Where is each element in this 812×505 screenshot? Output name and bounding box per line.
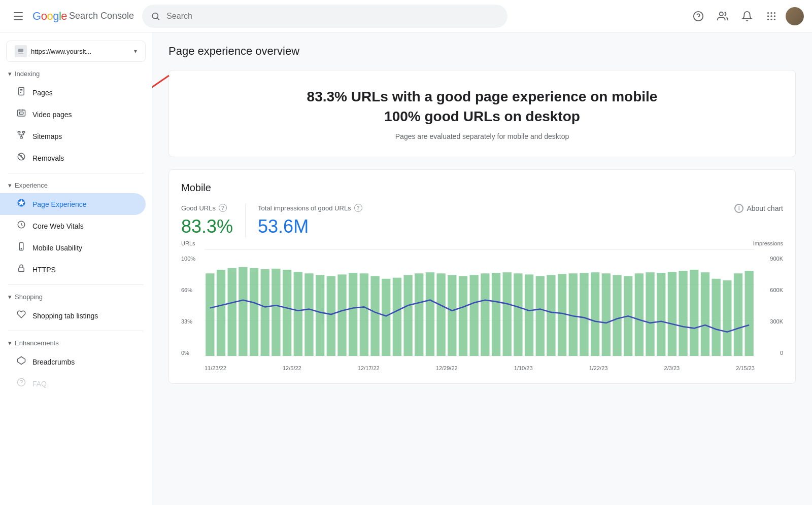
svg-rect-61	[349, 273, 357, 356]
sidebar-item-mobile-usability[interactable]: Mobile Usability	[0, 237, 146, 259]
y-label: 33%	[181, 318, 201, 324]
hamburger-menu-button[interactable]	[8, 6, 28, 26]
layout: https://www.yoursit... ▾ ▾ Indexing Page…	[0, 32, 812, 505]
sidebar-section-label: Experience	[15, 182, 48, 189]
y-label: 0	[758, 350, 783, 356]
svg-rect-57	[304, 274, 313, 356]
svg-point-6	[770, 12, 772, 13]
good-urls-value: 83.3%	[181, 216, 233, 237]
info-circle-icon: i	[734, 204, 743, 213]
svg-rect-65	[393, 278, 401, 356]
breadcrumbs-icon	[16, 356, 26, 368]
sidebar-item-sitemaps[interactable]: Sitemaps	[0, 125, 146, 147]
svg-rect-72	[469, 275, 478, 356]
sidebar-item-label: Core Web Vitals	[32, 222, 84, 230]
page-title: Page experience overview	[168, 45, 796, 58]
sidebar-item-pages[interactable]: Pages	[0, 82, 146, 103]
shopping-icon	[16, 310, 26, 321]
svg-rect-82	[580, 273, 588, 356]
svg-rect-67	[415, 274, 423, 356]
help-button[interactable]	[688, 6, 708, 26]
collapse-arrow-icon: ▾	[8, 339, 12, 347]
site-selector[interactable]: https://www.yoursit... ▾	[6, 41, 146, 62]
x-axis-labels: 11/23/22 12/5/22 12/17/22 12/29/22 1/10/…	[205, 365, 755, 371]
search-bar[interactable]	[142, 5, 507, 28]
sidebar-section-experience[interactable]: ▾ Experience	[0, 177, 152, 193]
notifications-button[interactable]	[737, 6, 757, 26]
grid-icon	[766, 11, 777, 22]
sidebar-section-label: Enhancements	[15, 339, 59, 347]
about-chart-label: About chart	[747, 204, 783, 212]
svg-rect-16	[18, 53, 23, 54]
avatar-image	[786, 7, 804, 25]
hero-headline: 83.3% URLs with a good page experience o…	[181, 87, 783, 126]
sidebar-section-label: Indexing	[15, 70, 40, 78]
svg-rect-94	[712, 279, 720, 356]
page-experience-icon	[16, 198, 26, 210]
sidebar-section-indexing[interactable]: ▾ Indexing	[0, 66, 152, 82]
x-label: 1/22/23	[589, 365, 608, 371]
sidebar-item-removals[interactable]: Removals	[0, 147, 146, 169]
x-label: 2/15/23	[736, 365, 755, 371]
search-input[interactable]	[166, 12, 499, 21]
svg-rect-50	[228, 268, 236, 356]
total-impressions-value: 53.6M	[258, 216, 362, 237]
core-web-vitals-icon	[16, 220, 26, 232]
x-label: 12/17/22	[358, 365, 380, 371]
svg-rect-80	[558, 274, 566, 356]
svg-rect-73	[481, 274, 489, 356]
svg-rect-55	[283, 270, 291, 356]
sidebar-item-page-experience[interactable]: Page Experience	[0, 193, 146, 215]
sidebar-item-breadcrumbs[interactable]: Breadcrumbs	[0, 351, 146, 373]
svg-rect-54	[272, 269, 280, 356]
right-y-labels: 900K 600K 300K 0	[758, 256, 783, 356]
sidebar-section-shopping[interactable]: ▾ Shopping	[0, 289, 152, 305]
nav-divider	[8, 284, 144, 285]
sidebar-section-enhancements[interactable]: ▾ Enhancements	[0, 335, 152, 351]
y-label: 600K	[758, 287, 783, 293]
search-icon	[151, 11, 160, 21]
svg-rect-85	[613, 275, 621, 356]
site-favicon	[15, 45, 27, 57]
good-urls-help-icon[interactable]: ?	[219, 204, 227, 212]
sidebar-item-label: Shopping tab listings	[32, 312, 98, 320]
sidebar-item-core-web-vitals[interactable]: Core Web Vitals	[0, 215, 146, 237]
logo-area: Google Search Console	[32, 10, 134, 23]
apps-button[interactable]	[761, 6, 782, 26]
sidebar-item-https[interactable]: HTTPS	[0, 259, 146, 280]
about-chart-button[interactable]: i About chart	[734, 204, 783, 213]
svg-point-10	[774, 15, 775, 17]
header-actions	[688, 6, 804, 26]
svg-rect-25	[18, 131, 20, 133]
svg-rect-60	[337, 275, 346, 356]
chart-svg	[205, 249, 755, 356]
svg-rect-87	[635, 274, 644, 356]
svg-rect-58	[316, 275, 324, 356]
sidebar-item-label: Breadcrumbs	[32, 358, 75, 366]
good-urls-label: Good URLs ?	[181, 204, 233, 212]
svg-point-11	[767, 18, 769, 20]
svg-rect-53	[261, 269, 269, 356]
svg-rect-75	[503, 273, 512, 356]
chart-card-title: Mobile	[181, 182, 783, 194]
total-impressions-help-icon[interactable]: ?	[354, 204, 362, 212]
svg-rect-21	[18, 110, 25, 116]
svg-rect-93	[701, 273, 709, 356]
total-impressions-metric: Total impressions of good URLs ? 53.6M	[258, 204, 375, 237]
avatar[interactable]	[786, 7, 804, 25]
search-console-button[interactable]	[713, 6, 733, 26]
sidebar-item-video-pages[interactable]: Video pages	[0, 103, 146, 125]
x-label: 12/5/22	[283, 365, 301, 371]
sidebar-item-faq[interactable]: FAQ	[0, 373, 146, 394]
sidebar-item-label: Sitemaps	[32, 132, 62, 140]
sidebar-item-shopping-tab[interactable]: Shopping tab listings	[0, 305, 146, 327]
svg-rect-68	[426, 273, 434, 356]
chevron-down-icon: ▾	[134, 48, 137, 55]
svg-rect-88	[646, 273, 654, 356]
svg-point-37	[21, 248, 22, 249]
left-y-labels: 100% 66% 33% 0%	[181, 256, 201, 356]
nav-divider	[8, 331, 144, 331]
svg-rect-84	[602, 274, 611, 356]
nav-divider	[8, 173, 144, 173]
svg-point-7	[774, 12, 775, 13]
